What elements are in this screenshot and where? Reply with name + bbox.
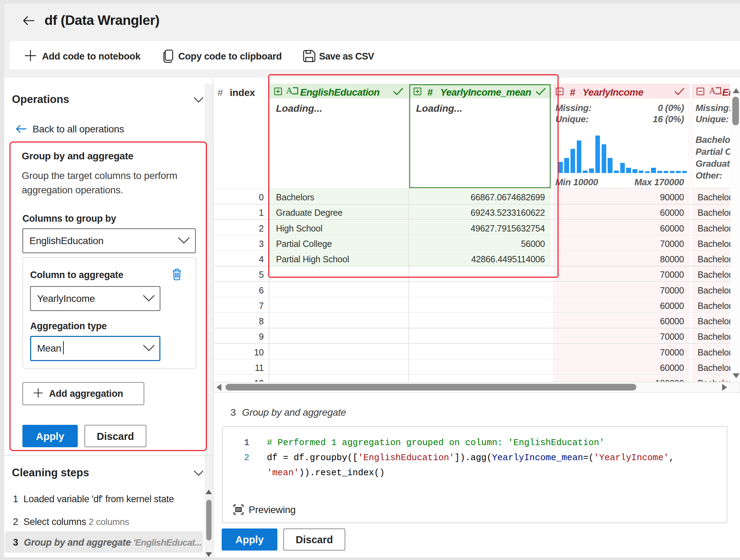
svg-text:A: A [709,86,715,95]
